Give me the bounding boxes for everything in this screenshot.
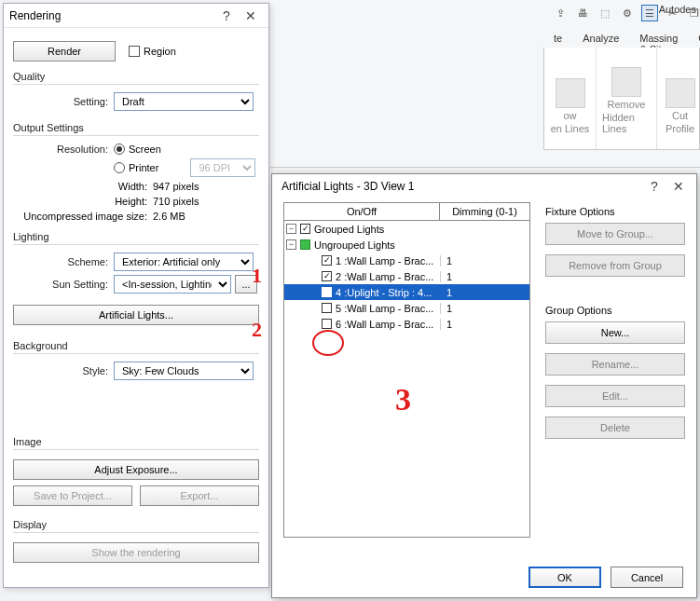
- close-icon[interactable]: ✕: [666, 179, 691, 194]
- setting-label: Setting:: [13, 96, 114, 107]
- light-checkbox[interactable]: [322, 319, 332, 329]
- background-title: Background: [13, 340, 259, 351]
- copy-icon[interactable]: ❐: [686, 5, 700, 21]
- col-dimming: Dimming (0-1): [440, 203, 529, 220]
- ribbon-panel: owen Lines RemoveHidden Lines CutProfile…: [543, 48, 700, 150]
- artificial-lights-button[interactable]: Artificial Lights...: [13, 305, 259, 325]
- light-label: 4 :Uplight - Strip : 4...: [336, 287, 432, 298]
- close-icon[interactable]: ✕: [239, 8, 263, 23]
- light-label: 6 :Wall Lamp - Brac...: [336, 319, 433, 330]
- checklist-icon[interactable]: ☰: [641, 5, 658, 21]
- sun-select[interactable]: <In-session, Lighting>: [114, 275, 231, 294]
- region-checkbox[interactable]: Region: [129, 46, 176, 57]
- render-action-button[interactable]: Render: [13, 41, 116, 61]
- grid-header: On/Off Dimming (0-1): [283, 202, 530, 221]
- collapse-icon[interactable]: −: [286, 239, 296, 250]
- resolution-label: Resolution:: [13, 143, 114, 155]
- new-group-button[interactable]: New...: [545, 321, 685, 344]
- remove-hidden-button[interactable]: RemoveHidden Lines: [602, 67, 651, 134]
- light-dimming[interactable]: 1: [440, 319, 529, 330]
- move-to-group-button[interactable]: Move to Group...: [545, 223, 685, 245]
- light-checkbox[interactable]: [322, 287, 332, 297]
- lights-title: Artificial Lights - 3D View 1: [278, 180, 642, 193]
- printer-radio[interactable]: [114, 162, 125, 173]
- background-style-select[interactable]: Sky: Few Clouds: [114, 362, 254, 380]
- light-row[interactable]: 1 :Wall Lamp - Brac...1: [284, 253, 529, 268]
- print-icon[interactable]: 🖶: [574, 5, 591, 21]
- collapse-icon[interactable]: −: [286, 224, 296, 234]
- height-label: Height:: [13, 196, 153, 207]
- light-label: 5 :Wall Lamp - Brac...: [336, 303, 433, 314]
- fixture-options-title: Fixture Options: [545, 206, 685, 217]
- group-checkbox[interactable]: [300, 239, 310, 250]
- cut-profile-button[interactable]: CutProfile: [656, 78, 701, 134]
- rendering-dialog: Rendering ? ✕ Render Region Quality Sett…: [3, 3, 269, 588]
- tree-group-row[interactable]: −Ungrouped Lights: [284, 237, 529, 253]
- light-dimming[interactable]: 1: [440, 271, 529, 282]
- image-title: Image: [13, 436, 259, 447]
- width-value: 947 pixels: [153, 181, 199, 192]
- light-checkbox[interactable]: [322, 303, 332, 313]
- artificial-lights-dialog: Artificial Lights - 3D View 1 ? ✕ On/Off…: [271, 173, 697, 598]
- light-row[interactable]: 2 :Wall Lamp - Brac...1: [284, 268, 529, 284]
- lights-titlebar[interactable]: Artificial Lights - 3D View 1 ? ✕: [272, 174, 696, 198]
- dpi-select: 96 DPI: [190, 158, 255, 177]
- lighting-title: Lighting: [13, 231, 259, 242]
- output-title: Output Settings: [13, 122, 259, 133]
- sun-label: Sun Setting:: [13, 279, 114, 290]
- delete-group-button[interactable]: Delete: [545, 417, 685, 439]
- group-checkbox[interactable]: [300, 224, 310, 234]
- share-icon[interactable]: ⇪: [552, 5, 569, 21]
- col-onoff: On/Off: [284, 203, 440, 220]
- scheme-label: Scheme:: [13, 256, 114, 267]
- show-rendering-button[interactable]: Show the rendering: [13, 542, 259, 563]
- scheme-select[interactable]: Exterior: Artificial only: [114, 253, 254, 271]
- ribbon-area: Autodes ⇪ 🖶 ⬚ ⚙ ☰ ✂ ❐ te Analyze Massing…: [270, 0, 700, 168]
- help-icon[interactable]: ?: [214, 8, 239, 23]
- display-title: Display: [13, 519, 259, 530]
- light-dimming[interactable]: 1: [440, 287, 529, 298]
- style-label: Style:: [13, 365, 114, 376]
- width-label: Width:: [13, 181, 153, 192]
- gear-icon[interactable]: ⚙: [619, 5, 636, 21]
- light-dimming[interactable]: 1: [440, 255, 529, 266]
- tree-group-row[interactable]: −Grouped Lights: [284, 221, 529, 237]
- light-label: 1 :Wall Lamp - Brac...: [336, 255, 433, 266]
- rename-group-button[interactable]: Rename...: [545, 353, 685, 376]
- light-checkbox[interactable]: [322, 271, 332, 281]
- light-dimming[interactable]: 1: [440, 303, 529, 314]
- quality-setting-select[interactable]: Draft: [114, 92, 254, 111]
- light-row[interactable]: 6 :Wall Lamp - Brac...1: [284, 316, 529, 332]
- remove-from-group-button[interactable]: Remove from Group: [545, 254, 685, 277]
- light-row[interactable]: 4 :Uplight - Strip : 4...1: [284, 284, 529, 300]
- sun-settings-button[interactable]: ...: [235, 275, 257, 294]
- cancel-button[interactable]: Cancel: [611, 567, 683, 588]
- quality-title: Quality: [13, 71, 259, 82]
- group-options-title: Group Options: [545, 305, 685, 316]
- save-project-button[interactable]: Save to Project...: [13, 485, 132, 506]
- side-panel: Fixture Options Move to Group... Remove …: [545, 202, 685, 556]
- quick-access-toolbar: ⇪ 🖶 ⬚ ⚙ ☰ ✂ ❐: [552, 3, 700, 23]
- help-icon[interactable]: ?: [642, 179, 666, 194]
- lights-tree: On/Off Dimming (0-1) −Grouped Lights −Un…: [283, 202, 530, 556]
- cube-icon[interactable]: ⬚: [597, 5, 613, 21]
- adjust-exposure-button[interactable]: Adjust Exposure...: [13, 459, 259, 480]
- height-value: 710 pixels: [153, 196, 199, 207]
- ok-button[interactable]: OK: [528, 567, 601, 588]
- cut-icon[interactable]: ✂: [664, 5, 680, 21]
- export-button[interactable]: Export...: [140, 485, 259, 506]
- light-row[interactable]: 5 :Wall Lamp - Brac...1: [284, 300, 529, 316]
- edit-group-button[interactable]: Edit...: [545, 385, 685, 407]
- rendering-titlebar[interactable]: Rendering ? ✕: [4, 4, 268, 28]
- light-checkbox[interactable]: [322, 255, 332, 266]
- rendering-title: Rendering: [9, 9, 214, 22]
- uncompressed-label: Uncompressed image size:: [13, 211, 153, 222]
- light-label: 2 :Wall Lamp - Brac...: [336, 271, 433, 282]
- uncompressed-value: 2.6 MB: [153, 211, 185, 222]
- screen-radio[interactable]: [114, 143, 125, 155]
- show-lines-button[interactable]: owen Lines: [546, 78, 595, 134]
